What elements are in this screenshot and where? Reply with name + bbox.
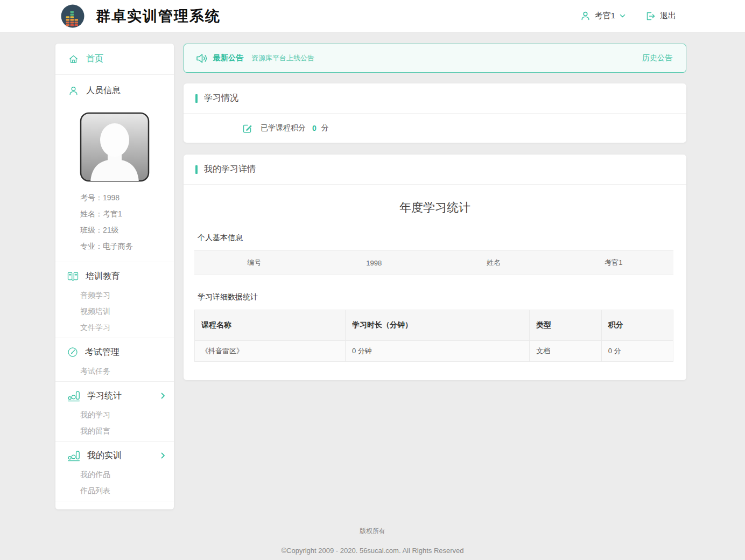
- chevron-right-icon: [161, 452, 165, 459]
- chevron-down-icon: [620, 14, 625, 18]
- user-icon: [580, 11, 591, 21]
- sidebar-item-file-study[interactable]: 文件学习: [55, 319, 174, 335]
- page-footer: 版权所有 ©Copyright 2009 - 2020. 56sucai.com…: [0, 509, 745, 555]
- basic-info-cell: 考官1: [554, 258, 674, 268]
- basic-info-cell: 1998: [314, 259, 434, 267]
- course-score-label: 已学课程积分: [261, 123, 306, 133]
- sidebar-item-exam-task[interactable]: 考试任务: [55, 363, 174, 379]
- sidebar-section-my-training: 我的实训 我的作品 作品列表: [55, 441, 174, 501]
- copyright-en: ©Copyright 2009 - 2020. 56sucai.com. All…: [0, 547, 745, 555]
- logout-label: 退出: [660, 11, 676, 21]
- course-score-value: 0: [312, 124, 317, 132]
- section-marker: [195, 94, 198, 103]
- cell-course-name: 《抖音雷区》: [195, 341, 346, 362]
- study-detail-title: 我的学习详情: [204, 164, 256, 175]
- profile-field-major: 专业电子商务: [80, 238, 174, 254]
- edit-icon: [242, 123, 253, 134]
- sidebar-section-study-statistics: 学习统计 我的学习 我的留言: [55, 381, 174, 441]
- sidebar-footer-strip: [55, 501, 174, 509]
- study-status-title: 学习情况: [204, 93, 238, 104]
- history-announcement-link[interactable]: 历史公告: [642, 53, 672, 63]
- sidebar-item-profile[interactable]: 人员信息: [55, 75, 174, 106]
- section-marker: [195, 165, 198, 174]
- profile-field-name: 姓名考官1: [80, 206, 174, 222]
- basic-info-cell: 姓名: [434, 258, 554, 268]
- avatar: [80, 112, 150, 182]
- speaker-icon: [195, 52, 208, 65]
- app-title: 群卓实训管理系统: [96, 6, 221, 26]
- course-score-unit: 分: [321, 123, 329, 133]
- sidebar-section-exam-management: 考试管理 考试任务: [55, 338, 174, 381]
- app-logo-icon: [61, 4, 85, 28]
- sidebar-section-label: 我的实训: [87, 450, 122, 461]
- sidebar-item-training-education[interactable]: 培训教育: [55, 265, 174, 287]
- sidebar-item-home[interactable]: 首页: [55, 44, 174, 75]
- sidebar-item-works-list[interactable]: 作品列表: [55, 482, 174, 499]
- user-name: 考官1: [595, 11, 615, 21]
- sidebar-section-label: 培训教育: [86, 271, 120, 282]
- latest-announcement-label: 最新公告: [213, 53, 243, 63]
- main-content: 最新公告 资源库平台上线公告 历史公告 学习情况 已学课程积分: [184, 44, 686, 392]
- book-icon: [67, 271, 79, 282]
- sidebar-section-label: 考试管理: [85, 347, 120, 358]
- profile-info: 考号1998 姓名考官1 班级21级 专业电子商务: [55, 184, 174, 262]
- annual-stats-title: 年度学习统计: [184, 185, 686, 216]
- app-header: 群卓实训管理系统 考官1: [0, 0, 745, 32]
- profile-field-class: 班级21级: [80, 222, 174, 238]
- announcement-link[interactable]: 资源库平台上线公告: [251, 53, 314, 63]
- study-detail-card: 我的学习详情 年度学习统计 个人基本信息 编号 1998 姓名 考官1 学习详细…: [184, 155, 686, 380]
- sidebar-section-label: 学习统计: [87, 390, 122, 402]
- sidebar-item-profile-label: 人员信息: [86, 85, 121, 96]
- course-score-row: 已学课程积分 0 分: [184, 114, 686, 143]
- basic-info-row: 编号 1998 姓名 考官1: [194, 250, 673, 275]
- stats-icon: [67, 390, 80, 402]
- user-menu[interactable]: 考官1: [580, 11, 625, 21]
- sidebar-item-home-label: 首页: [86, 53, 103, 65]
- person-icon: [68, 86, 79, 96]
- logout-icon: [645, 11, 656, 22]
- col-course-name: 课程名称: [195, 310, 346, 341]
- basic-info-label: 个人基本信息: [184, 233, 686, 243]
- sidebar-item-my-training[interactable]: 我的实训: [55, 445, 174, 466]
- sidebar-item-exam-management[interactable]: 考试管理: [55, 341, 174, 363]
- detail-stats-label: 学习详细数据统计: [184, 292, 686, 302]
- sidebar-item-my-study[interactable]: 我的学习: [55, 407, 174, 423]
- screen: 群卓实训管理系统 考官1: [0, 0, 745, 560]
- sidebar-item-my-message[interactable]: 我的留言: [55, 423, 174, 439]
- col-score: 积分: [601, 310, 673, 341]
- study-detail-table: 课程名称 学习时长（分钟） 类型 积分 《抖音雷区》 0 分钟 文档: [194, 310, 673, 362]
- cell-score: 0 分: [601, 341, 673, 362]
- copyright-cn: 版权所有: [0, 527, 745, 536]
- stats-icon: [67, 450, 80, 461]
- sidebar-item-audio-study[interactable]: 音频学习: [55, 287, 174, 303]
- logout-button[interactable]: 退出: [645, 11, 676, 22]
- col-study-duration: 学习时长（分钟）: [346, 310, 530, 341]
- cell-study-duration: 0 分钟: [346, 341, 530, 362]
- table-header-row: 课程名称 学习时长（分钟） 类型 积分: [195, 310, 673, 341]
- cell-type: 文档: [530, 341, 601, 362]
- study-status-header: 学习情况: [184, 83, 686, 114]
- study-detail-header: 我的学习详情: [184, 155, 686, 185]
- col-type: 类型: [530, 310, 601, 341]
- sidebar-item-video-training[interactable]: 视频培训: [55, 303, 174, 319]
- profile-field-exam-no: 考号1998: [80, 190, 174, 206]
- sidebar-section-training-education: 培训教育 音频学习 视频培训 文件学习: [55, 262, 174, 338]
- basic-info-cell: 编号: [194, 258, 314, 268]
- home-icon: [68, 54, 79, 64]
- announcement-bar: 最新公告 资源库平台上线公告 历史公告: [184, 44, 686, 73]
- table-row: 《抖音雷区》 0 分钟 文档 0 分: [195, 341, 673, 362]
- study-status-card: 学习情况 已学课程积分 0 分: [184, 83, 686, 143]
- sidebar: 首页 人员信息: [55, 44, 174, 509]
- sidebar-item-study-statistics[interactable]: 学习统计: [55, 385, 174, 407]
- chevron-right-icon: [161, 393, 165, 399]
- sidebar-item-my-works[interactable]: 我的作品: [55, 466, 174, 482]
- compass-icon: [67, 347, 78, 358]
